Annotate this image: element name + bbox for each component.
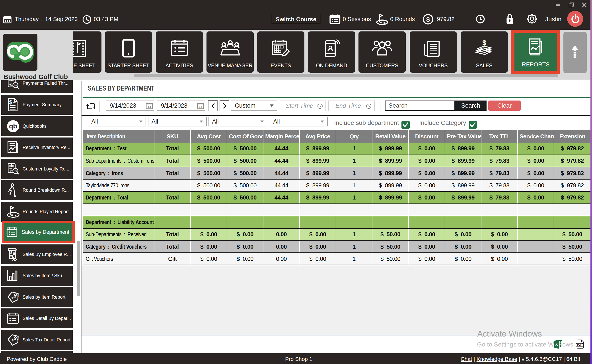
svg-text:$: $	[482, 39, 486, 47]
svg-text:$: $	[10, 251, 12, 255]
svg-text:$: $	[426, 16, 430, 23]
svg-text:14: 14	[199, 105, 202, 109]
svg-text:%: %	[14, 169, 17, 172]
svg-text:PDF: PDF	[577, 344, 582, 346]
svg-text:14: 14	[148, 105, 151, 109]
svg-text:$: $	[9, 99, 12, 105]
svg-text:%: %	[14, 84, 17, 87]
svg-text:X: X	[555, 343, 558, 346]
svg-text:$=: $=	[10, 169, 13, 172]
svg-text:qb: qb	[9, 123, 17, 130]
svg-text:$=: $=	[10, 84, 13, 87]
